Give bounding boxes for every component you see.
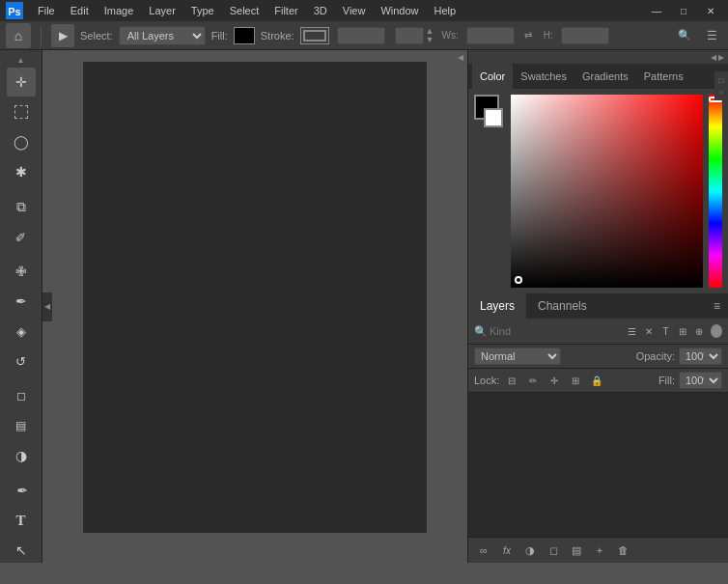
layers-blend-opacity: Normal Opacity: 100%: [468, 345, 728, 369]
left-panel-toggle[interactable]: ◀: [42, 292, 52, 321]
main-layout: ▲ ✛ ◯ ✱ ⧉ ✏ ✙ ✒: [0, 50, 728, 563]
color-gradient-picker[interactable]: [511, 95, 703, 288]
tab-patterns[interactable]: Patterns: [636, 64, 691, 89]
path-select-tool[interactable]: ↖: [7, 536, 36, 563]
layer-filter-adj[interactable]: ✕: [641, 322, 656, 340]
all-layers-select[interactable]: All Layers: [119, 26, 206, 45]
canvas: [83, 62, 427, 533]
eyedropper-tool[interactable]: ✏: [7, 222, 36, 251]
dodge-tool[interactable]: ◑: [7, 441, 36, 470]
tab-swatches[interactable]: Swatches: [513, 64, 574, 89]
layer-group-button[interactable]: ▤: [567, 541, 586, 560]
pen-tool[interactable]: ✒: [7, 476, 36, 505]
fill-label: Fill:: [658, 375, 675, 386]
select-label: Select:: [80, 30, 113, 42]
menu-edit[interactable]: Edit: [64, 3, 96, 18]
filter-toggle[interactable]: [711, 324, 722, 338]
layer-link-button[interactable]: ∞: [474, 541, 493, 560]
menu-view[interactable]: View: [336, 3, 373, 18]
history-brush-tool[interactable]: ↺: [7, 347, 36, 375]
opacity-label: Opacity:: [636, 350, 675, 362]
quick-select-tool[interactable]: ✱: [7, 157, 36, 186]
layer-filter-pixel[interactable]: ☰: [625, 322, 639, 340]
lock-label: Lock:: [474, 375, 499, 386]
menu-image[interactable]: Image: [98, 3, 141, 18]
layer-adjustment-button[interactable]: ◻: [544, 541, 563, 560]
eraser-tool[interactable]: ◻: [7, 381, 36, 410]
tab-channels[interactable]: Channels: [526, 293, 599, 319]
heal-tool[interactable]: ✙: [7, 257, 36, 286]
color-fg-bg: [474, 95, 505, 143]
home-button[interactable]: ⌂: [6, 23, 31, 48]
lock-row: Lock: ⊟ ✏ ✛ ⊞ 🔒 Fill: 100%: [468, 369, 728, 393]
menu-window[interactable]: Window: [374, 3, 425, 18]
color-body: [468, 89, 728, 293]
menu-help[interactable]: Help: [428, 3, 463, 18]
lock-transparent[interactable]: ⊟: [503, 372, 520, 389]
lock-all[interactable]: 🔒: [588, 372, 605, 389]
search-icon: 🔍: [678, 29, 691, 42]
menu-select[interactable]: Select: [223, 3, 266, 18]
layers-content: [468, 393, 728, 537]
layer-fx-button[interactable]: fx: [497, 541, 517, 560]
stroke-label: Stroke:: [261, 30, 294, 42]
color-bg-swatch[interactable]: [484, 108, 503, 127]
close-button[interactable]: ✕: [697, 0, 724, 21]
lock-position[interactable]: ✛: [546, 372, 563, 389]
marquee-tool[interactable]: [7, 97, 36, 126]
lock-image[interactable]: ✏: [524, 372, 542, 389]
layer-new-button[interactable]: +: [590, 541, 609, 560]
layers-search-toolbar: 🔍 ☰ ✕ T ⊞ ⊕: [468, 319, 728, 345]
right-panel-collapse[interactable]: ◀ ▶: [468, 50, 728, 64]
blend-mode-select[interactable]: Normal: [474, 348, 561, 365]
menu-file[interactable]: File: [31, 3, 62, 18]
gradient-cursor[interactable]: [515, 276, 522, 284]
tool-indicator: ▶: [51, 24, 74, 47]
right-panel: ◀ ▶ □ ○ Color Swatches Gradients Pattern…: [467, 50, 728, 563]
options-bar: ⌂ ▶ Select: All Layers Fill: Stroke: ▲▼ …: [0, 21, 728, 50]
layer-filter-shape[interactable]: ⊞: [675, 322, 689, 340]
gradient-tool[interactable]: ▤: [7, 411, 36, 440]
layer-mask-button[interactable]: ◑: [520, 541, 540, 560]
layers-kind-input[interactable]: [490, 325, 623, 337]
toolbar: ▲ ✛ ◯ ✱ ⧉ ✏ ✙ ✒: [0, 50, 42, 563]
type-tool[interactable]: T: [7, 506, 36, 535]
search-button[interactable]: 🔍: [674, 25, 695, 46]
layers-bottom: ∞ fx ◑ ◻ ▤ + 🗑: [468, 537, 728, 563]
tab-layers[interactable]: Layers: [468, 293, 526, 319]
side-btn-1[interactable]: □: [716, 75, 726, 85]
menu-type[interactable]: Type: [184, 3, 221, 18]
menu-bar: Ps File Edit Image Layer Type Select Fil…: [0, 0, 728, 21]
tab-gradients[interactable]: Gradients: [574, 64, 636, 89]
menu-layer[interactable]: Layer: [142, 3, 182, 18]
layers-panel-menu[interactable]: ≡: [706, 299, 728, 313]
layers-search-icon: 🔍: [474, 325, 488, 338]
layer-filter-type[interactable]: T: [658, 322, 673, 340]
stroke-swatch[interactable]: [300, 27, 329, 44]
side-strip: □ ○: [714, 71, 728, 100]
opacity-select[interactable]: 100%: [679, 348, 722, 365]
fill-color-swatch[interactable]: [234, 27, 255, 44]
brush-tool[interactable]: ✒: [7, 287, 36, 316]
side-btn-2[interactable]: ○: [716, 87, 726, 97]
hue-slider[interactable]: [709, 95, 722, 288]
fill-select[interactable]: 100%: [679, 372, 722, 389]
crop-tool[interactable]: ⧉: [7, 192, 36, 221]
layers-tabs: Layers Channels ≡: [468, 293, 728, 319]
toolbar-scroll-up[interactable]: ▲: [15, 54, 27, 67]
workspace-button[interactable]: ☰: [701, 25, 722, 46]
menu-filter[interactable]: Filter: [267, 3, 304, 18]
minimize-button[interactable]: —: [643, 0, 670, 21]
maximize-button[interactable]: □: [670, 0, 697, 21]
move-tool[interactable]: ✛: [7, 68, 36, 97]
link-wh-icon[interactable]: ⇄: [520, 28, 536, 43]
canvas-area: ◀ ◀: [42, 50, 467, 563]
tab-color[interactable]: Color: [472, 64, 513, 89]
clone-tool[interactable]: ◈: [7, 317, 36, 346]
menu-3d[interactable]: 3D: [307, 3, 334, 18]
lasso-tool[interactable]: ◯: [7, 127, 36, 156]
layer-filter-smart[interactable]: ⊕: [692, 322, 707, 340]
layer-delete-button[interactable]: 🗑: [613, 541, 632, 560]
color-panel-tabs: Color Swatches Gradients Patterns ≡: [468, 64, 728, 89]
lock-artboard[interactable]: ⊞: [567, 372, 584, 389]
